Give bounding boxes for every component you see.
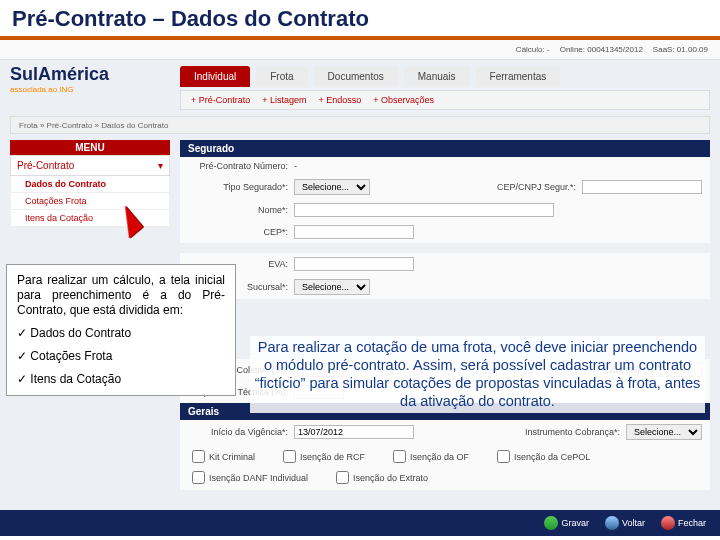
action-footer: Gravar Voltar Fechar: [0, 510, 720, 536]
inicio-vigencia-input[interactable]: [294, 425, 414, 439]
nome-label: Nome*:: [188, 205, 288, 215]
sucursal-select[interactable]: Selecione...: [294, 279, 370, 295]
nav-tab-documentos[interactable]: Documentos: [314, 66, 398, 87]
inicio-vigencia-label: Início da Vigência*:: [188, 427, 288, 437]
tipo-segurado-label: Tipo Segurado*:: [188, 182, 288, 192]
check-isencao-rcf[interactable]: Isenção de RCF: [283, 450, 365, 463]
instrumento-cobranca-label: Instrumento Cobrança*:: [520, 427, 620, 437]
callout-bullet-cotacoes-label: Cotações Frota: [30, 349, 112, 363]
slide-title: Pré-Contrato – Dados do Contrato: [0, 0, 720, 40]
save-icon: [544, 516, 558, 530]
highlight-arrow-icon: [118, 208, 164, 254]
form-content: Segurado Pré-Contrato Número: - Tipo Seg…: [180, 140, 710, 490]
back-icon: [605, 516, 619, 530]
precontrato-numero-value: -: [294, 161, 297, 171]
gravar-label: Gravar: [561, 518, 589, 528]
sidebar-section-precontrato[interactable]: Pré-Contrato ▾: [10, 155, 170, 176]
subnav-observacoes[interactable]: + Observações: [373, 95, 434, 105]
status-online: Online: 00041345/2012: [560, 45, 643, 54]
nav-tab-individual[interactable]: Individual: [180, 66, 250, 87]
check-isencao-danf[interactable]: Isenção DANF Individual: [192, 471, 308, 484]
nav-tab-manuais[interactable]: Manuais: [404, 66, 470, 87]
nav-tab-frota[interactable]: Frota: [256, 66, 307, 87]
cnpj-segurado-label: CEP/CNPJ Segur.*:: [476, 182, 576, 192]
nav-tab-ferramentas[interactable]: Ferramentas: [476, 66, 561, 87]
callout-bullet-cotacoes: ✓ Cotações Frota: [17, 349, 225, 364]
status-calculo: Cálculo: -: [516, 45, 550, 54]
main-nav: Individual Frota Documentos Manuais Ferr…: [180, 66, 560, 87]
callout-bullet-dados-label: Dados do Contrato: [30, 326, 131, 340]
nome-input[interactable]: [294, 203, 554, 217]
fechar-button[interactable]: Fechar: [657, 514, 710, 532]
sidebar-section-label: Pré-Contrato: [17, 160, 74, 171]
check-isencao-of-box[interactable]: [393, 450, 406, 463]
instruction-callout-left: Para realizar um cálculo, a tela inicial…: [6, 264, 236, 396]
check-isencao-extrato-box[interactable]: [336, 471, 349, 484]
status-bar: Cálculo: - Online: 00041345/2012 SaaS: 0…: [0, 40, 720, 60]
cnpj-segurado-input[interactable]: [582, 180, 702, 194]
sidebar-menu-header: MENU: [10, 140, 170, 155]
callout-left-text: Para realizar um cálculo, a tela inicial…: [17, 273, 225, 318]
check-isencao-cepol-label: Isenção da CePOL: [514, 452, 590, 462]
subnav-listagem[interactable]: + Listagem: [262, 95, 306, 105]
instruction-callout-main: Para realizar a cotação de uma frota, vo…: [250, 336, 705, 413]
check-kit-criminal[interactable]: Kit Criminal: [192, 450, 255, 463]
cep-label: CEP*:: [188, 227, 288, 237]
check-isencao-of[interactable]: Isenção da OF: [393, 450, 469, 463]
brand-sub: associada ao ING: [10, 85, 170, 94]
check-isencao-cepol-box[interactable]: [497, 450, 510, 463]
precontrato-numero-label: Pré-Contrato Número:: [188, 161, 288, 171]
close-icon: [661, 516, 675, 530]
instrumento-cobranca-select[interactable]: Selecione...: [626, 424, 702, 440]
breadcrumb: Frota » Pré-Contrato » Dados do Contrato: [10, 116, 710, 134]
callout-bullet-itens-label: Itens da Cotação: [30, 372, 121, 386]
check-isencao-cepol[interactable]: Isenção da CePOL: [497, 450, 590, 463]
check-isencao-extrato-label: Isenção do Extrato: [353, 473, 428, 483]
callout-bullet-dados: ✓ Dados do Contrato: [17, 326, 225, 341]
status-saas: SaaS: 01.00.09: [653, 45, 708, 54]
check-kit-criminal-box[interactable]: [192, 450, 205, 463]
brand-logo: SulAmérica associada ao ING: [10, 64, 170, 94]
check-kit-criminal-label: Kit Criminal: [209, 452, 255, 462]
chevron-down-icon: ▾: [158, 160, 163, 171]
gravar-button[interactable]: Gravar: [540, 514, 593, 532]
check-isencao-extrato[interactable]: Isenção do Extrato: [336, 471, 428, 484]
sidebar-item-dados-contrato[interactable]: Dados do Contrato: [10, 176, 170, 193]
section-segurado-header: Segurado: [180, 140, 710, 157]
check-isencao-rcf-box[interactable]: [283, 450, 296, 463]
voltar-button[interactable]: Voltar: [601, 514, 649, 532]
tipo-segurado-select[interactable]: Selecione...: [294, 179, 370, 195]
gerais-checkboxes: Kit Criminal Isenção de RCF Isenção da O…: [180, 444, 710, 490]
subnav-endosso[interactable]: + Endosso: [319, 95, 362, 105]
cep-input[interactable]: [294, 225, 414, 239]
check-isencao-danf-label: Isenção DANF Individual: [209, 473, 308, 483]
voltar-label: Voltar: [622, 518, 645, 528]
fechar-label: Fechar: [678, 518, 706, 528]
check-isencao-of-label: Isenção da OF: [410, 452, 469, 462]
brand-name: SulAmérica: [10, 64, 170, 85]
eva-input[interactable]: [294, 257, 414, 271]
subnav-precontrato[interactable]: + Pré-Contrato: [191, 95, 250, 105]
check-isencao-rcf-label: Isenção de RCF: [300, 452, 365, 462]
check-isencao-danf-box[interactable]: [192, 471, 205, 484]
callout-bullet-itens: ✓ Itens da Cotação: [17, 372, 225, 387]
sub-nav: + Pré-Contrato + Listagem + Endosso + Ob…: [180, 90, 710, 110]
